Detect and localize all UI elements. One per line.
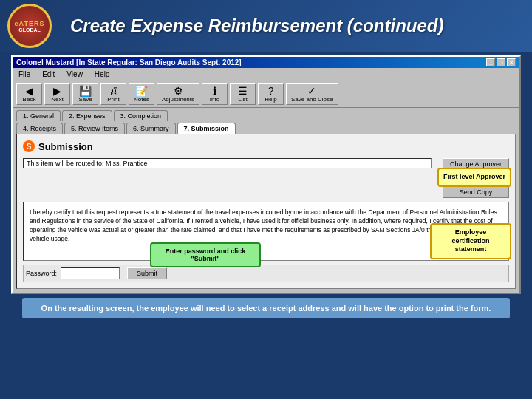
menu-help[interactable]: Help	[92, 69, 112, 79]
menu-file[interactable]: File	[16, 69, 33, 79]
section-title: Submission	[38, 141, 93, 152]
close-button[interactable]: ×	[507, 58, 516, 66]
back-icon: ◀	[25, 86, 33, 96]
enter-password-callout: Enter password and click "Submit"	[150, 242, 261, 267]
logo: eATERS GLOBAL	[7, 4, 59, 48]
enter-password-text: Enter password and click "Submit"	[166, 248, 246, 262]
logo-circle: eATERS GLOBAL	[7, 4, 52, 48]
main-content: Colonel Mustard [In State Regular: San D…	[0, 52, 532, 326]
cert-text: I hereby certify that this request repre…	[30, 208, 497, 242]
save-label: Save	[78, 96, 92, 103]
list-button[interactable]: ☰ List	[230, 83, 256, 105]
toolbar: ◀ Back ▶ Next 💾 Save 🖨 Print 📝 Notes ⚙	[13, 81, 519, 108]
employee-cert-text: Employee certification statement	[451, 228, 489, 253]
page-title: Create Expense Reimbursement (continued)	[70, 16, 443, 36]
first-approver-callout: First level Approver	[437, 168, 511, 187]
help-icon: ?	[268, 86, 274, 96]
tab-expenses[interactable]: 2. Expenses	[62, 110, 112, 121]
tab-review-items[interactable]: 5. Review Items	[64, 123, 125, 134]
save-icon: 💾	[79, 86, 92, 96]
password-label: Password:	[26, 270, 57, 277]
send-copy-button[interactable]: Send Copy	[443, 186, 509, 198]
tab-summary[interactable]: 6. Summary	[126, 123, 176, 134]
adjustments-label: Adjustments	[162, 96, 194, 103]
window-title-bar: Colonel Mustard [In State Regular: San D…	[13, 57, 519, 68]
print-button[interactable]: 🖨 Print	[100, 83, 126, 105]
info-label: Info	[210, 96, 219, 103]
password-row: Password: Submit	[23, 265, 509, 282]
app-window: Colonel Mustard [In State Regular: San D…	[11, 55, 521, 294]
submitter-row: This item will be routed to: Miss. Prant…	[23, 158, 432, 168]
submission-row: This item will be routed to: Miss. Prant…	[23, 158, 509, 198]
tab-receipts[interactable]: 4. Receipts	[16, 123, 63, 134]
tab-completion[interactable]: 3. Completion	[114, 110, 168, 121]
next-icon: ▶	[53, 86, 61, 96]
employee-cert-callout: Employee certification statement	[430, 223, 511, 259]
logo-text-global: GLOBAL	[15, 27, 45, 33]
back-label: Back	[23, 96, 36, 103]
upper-tabs: 1. General 2. Expenses 3. Completion	[13, 108, 519, 121]
tab-submission[interactable]: 7. Submission	[177, 123, 236, 134]
save-close-label: Save and Close	[291, 96, 332, 103]
print-icon: 🖨	[109, 86, 119, 96]
bottom-notice: On the resulting screen, the employee wi…	[22, 298, 510, 318]
next-label: Next	[51, 96, 63, 103]
back-button[interactable]: ◀ Back	[16, 83, 42, 105]
adjustments-icon: ⚙	[174, 86, 183, 96]
next-button[interactable]: ▶ Next	[44, 83, 70, 105]
help-button[interactable]: ? Help	[258, 83, 284, 105]
window-controls: _ □ ×	[486, 58, 516, 66]
help-label: Help	[265, 96, 276, 103]
list-icon: ☰	[238, 86, 248, 96]
first-approver-text: First level Approver	[443, 173, 505, 180]
notes-button[interactable]: 📝 Notes	[129, 83, 154, 105]
section-header: S Submission	[23, 140, 509, 152]
submitter-value: This item will be routed to: Miss. Prant…	[23, 158, 432, 168]
lower-tabs: 4. Receipts 5. Review Items 6. Summary 7…	[13, 121, 519, 134]
info-icon: ℹ	[213, 86, 216, 96]
minimize-button[interactable]: _	[486, 58, 495, 66]
header: eATERS GLOBAL Create Expense Reimburseme…	[0, 0, 532, 52]
menu-edit[interactable]: Edit	[40, 69, 57, 79]
logo-text-eaters: eATERS	[15, 20, 45, 27]
submit-button[interactable]: Submit	[127, 267, 167, 279]
notes-icon: 📝	[135, 86, 148, 96]
section-icon: S	[23, 140, 35, 152]
tab-general[interactable]: 1. General	[16, 110, 61, 121]
content-area: S Submission This item will be routed to…	[16, 134, 516, 289]
window-title-text: Colonel Mustard [In State Regular: San D…	[16, 58, 242, 66]
password-input[interactable]	[61, 267, 120, 279]
save-close-icon: ✓	[307, 86, 316, 96]
save-close-button[interactable]: ✓ Save and Close	[286, 83, 338, 105]
save-button[interactable]: 💾 Save	[72, 83, 98, 105]
notes-label: Notes	[134, 96, 149, 103]
left-panel: This item will be routed to: Miss. Prant…	[23, 158, 432, 198]
info-button[interactable]: ℹ Info	[202, 83, 228, 105]
adjustments-button[interactable]: ⚙ Adjustments	[157, 83, 200, 105]
menu-view[interactable]: View	[64, 69, 85, 79]
maximize-button[interactable]: □	[497, 58, 505, 66]
print-label: Print	[107, 96, 119, 103]
menu-bar: File Edit View Help	[13, 68, 519, 81]
list-label: List	[238, 96, 247, 103]
